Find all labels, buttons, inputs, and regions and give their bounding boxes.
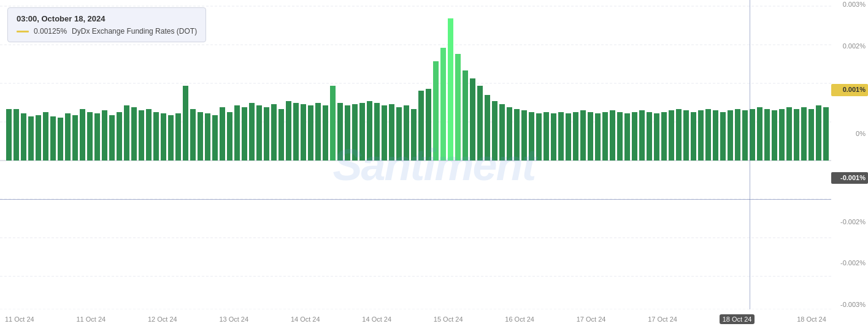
svg-rect-49 (301, 104, 306, 161)
x-label-8: 17 Oct 24 (577, 316, 606, 323)
x-label-4: 14 Oct 24 (291, 316, 320, 323)
svg-rect-68 (440, 48, 446, 161)
svg-rect-110 (750, 109, 755, 161)
svg-rect-119 (816, 105, 821, 161)
chart-container: 03:00, October 18, 2024 0.00125% DyDx Ex… (0, 0, 868, 329)
svg-rect-61 (389, 104, 394, 161)
y-axis: 0.003% 0.002% 0.001% 0% -0.001% -0.002% … (831, 0, 868, 309)
horizontal-crosshair (0, 199, 831, 200)
svg-rect-51 (315, 103, 321, 161)
y-label-neg0002a: -0.002% (831, 219, 868, 225)
svg-rect-94 (632, 112, 637, 161)
svg-rect-39 (227, 112, 232, 161)
x-label-2: 12 Oct 24 (148, 316, 177, 323)
y-label-neg0002b: -0.002% (831, 260, 868, 267)
svg-rect-112 (764, 109, 770, 161)
svg-rect-82 (543, 112, 549, 161)
svg-rect-58 (367, 101, 372, 161)
svg-rect-84 (558, 112, 564, 161)
svg-rect-50 (308, 105, 313, 161)
x-label-9: 17 Oct 24 (648, 316, 677, 323)
svg-rect-88 (588, 112, 593, 161)
svg-rect-17 (65, 113, 71, 161)
svg-rect-102 (691, 112, 696, 161)
svg-rect-73 (477, 86, 483, 161)
x-label-6: 15 Oct 24 (434, 316, 463, 323)
svg-rect-83 (551, 113, 556, 161)
svg-rect-63 (404, 105, 409, 161)
y-label-0: 0% (831, 130, 868, 137)
svg-rect-47 (286, 101, 291, 161)
svg-rect-74 (485, 95, 490, 161)
svg-rect-33 (183, 86, 188, 161)
svg-rect-13 (36, 115, 41, 161)
svg-rect-96 (647, 112, 652, 161)
svg-rect-108 (735, 109, 740, 161)
tooltip: 03:00, October 18, 2024 0.00125% DyDx Ex… (7, 7, 206, 42)
svg-rect-111 (757, 107, 762, 161)
svg-rect-115 (786, 107, 792, 161)
svg-rect-79 (521, 110, 527, 161)
svg-rect-107 (728, 110, 733, 161)
svg-rect-56 (352, 104, 358, 161)
svg-rect-16 (58, 118, 63, 161)
svg-rect-34 (190, 109, 196, 161)
svg-rect-57 (359, 103, 365, 161)
svg-rect-72 (470, 78, 475, 161)
x-label-1: 11 Oct 24 (76, 316, 106, 323)
svg-rect-28 (146, 109, 152, 161)
svg-rect-99 (669, 110, 674, 161)
svg-rect-43 (256, 105, 262, 161)
chart-area (0, 0, 831, 309)
svg-rect-86 (573, 112, 578, 161)
svg-rect-53 (330, 86, 336, 161)
svg-rect-117 (801, 107, 807, 161)
svg-rect-75 (492, 101, 497, 161)
svg-rect-54 (337, 103, 343, 161)
svg-rect-46 (278, 109, 284, 161)
x-label-7: 16 Oct 24 (505, 316, 534, 323)
svg-rect-22 (102, 110, 107, 161)
svg-rect-29 (153, 112, 159, 161)
svg-rect-97 (654, 113, 659, 161)
svg-rect-95 (639, 110, 645, 161)
y-label-0001-highlight: 0.001% (831, 84, 868, 96)
y-label-0002: 0.002% (831, 43, 868, 50)
svg-rect-15 (50, 116, 56, 161)
svg-rect-70 (455, 54, 461, 161)
svg-rect-60 (382, 105, 387, 161)
svg-rect-101 (683, 110, 689, 161)
svg-rect-14 (43, 112, 48, 161)
svg-rect-66 (426, 89, 431, 161)
svg-rect-106 (720, 112, 726, 161)
svg-rect-36 (205, 113, 210, 161)
svg-rect-80 (529, 112, 534, 161)
svg-rect-85 (566, 113, 571, 161)
y-label-0003: 0.003% (831, 1, 868, 8)
svg-rect-76 (499, 104, 505, 161)
svg-rect-90 (602, 112, 608, 161)
svg-rect-77 (507, 107, 512, 161)
svg-rect-26 (131, 107, 137, 161)
svg-rect-69 (448, 18, 453, 161)
svg-rect-10 (13, 109, 19, 161)
svg-rect-120 (823, 107, 829, 161)
svg-rect-24 (117, 112, 122, 161)
bars-svg (0, 0, 831, 309)
svg-rect-12 (28, 116, 34, 161)
svg-rect-104 (705, 109, 711, 161)
svg-rect-38 (220, 107, 225, 161)
tooltip-series: 0.00125% DyDx Exchange Funding Rates (DO… (17, 27, 197, 36)
svg-rect-41 (242, 107, 247, 161)
svg-rect-40 (234, 105, 240, 161)
svg-rect-105 (713, 110, 718, 161)
x-label-0: 11 Oct 24 (5, 316, 34, 323)
svg-rect-118 (808, 109, 814, 161)
svg-rect-78 (514, 109, 520, 161)
svg-rect-116 (794, 109, 799, 161)
svg-rect-37 (212, 115, 218, 161)
svg-rect-64 (411, 109, 417, 161)
svg-rect-59 (374, 103, 380, 161)
vertical-crosshair (750, 0, 750, 309)
tooltip-series-value: 0.00125% (34, 27, 67, 36)
